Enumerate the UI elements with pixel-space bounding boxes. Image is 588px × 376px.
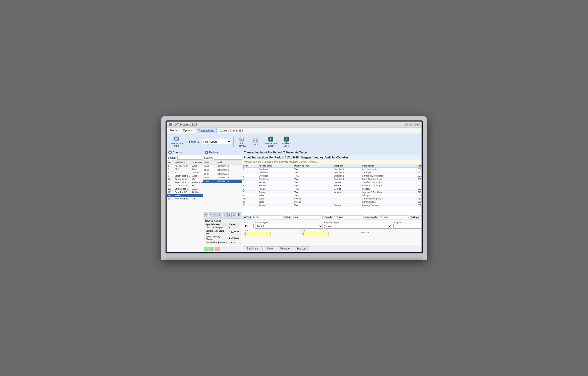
print-icon [252, 137, 259, 143]
transaction-row[interactable]: 9SalesTotalTakings£50,000.00£50,000.00£0… [242, 194, 421, 197]
client-row[interactable]: 9Bloom Technologi...Abdul [167, 174, 203, 178]
col-item: Item [242, 164, 257, 168]
clients-search-bar: Search: [167, 155, 203, 161]
client-row[interactable]: 999TesterT [167, 194, 203, 197]
svg-rect-11 [254, 141, 257, 143]
transaction-row[interactable]: 1OverheadTotalSupplier 1Accommodation£50… [242, 168, 421, 171]
title-bar: VAT System 1.1.22 − □ ✕ [167, 122, 421, 128]
current-client: Current Client: 999 [217, 128, 245, 133]
period-row[interactable]: 150731/07/2015 [203, 172, 242, 176]
menu-transactions[interactable]: Transactions [196, 128, 217, 133]
clients-nav-arrow[interactable]: ◀ [168, 151, 172, 154]
item-label: Item: [244, 221, 254, 224]
item-input[interactable] [244, 224, 254, 228]
resale-value[interactable] [333, 216, 363, 219]
col-supplier: Supplier [333, 164, 361, 168]
total-prefix: £ [244, 233, 245, 236]
window-title: VAT System 1.1.22 [174, 123, 197, 126]
summary-bar: VAT(H) VAT(L) Resale Overheads [242, 215, 421, 220]
client-row[interactable]: 1Agiliose TechAbdul [167, 164, 203, 168]
period-row[interactable]: 151031/10/2015 [203, 168, 242, 172]
restore-button[interactable]: □ [410, 123, 414, 126]
client-row[interactable]: 163Strete Post OfficeA & M [167, 187, 203, 191]
add-special-icon[interactable]: + [204, 247, 208, 251]
client-row[interactable]: 7CliffFirst [167, 168, 203, 171]
markups-button[interactable]: Markups [294, 246, 310, 251]
total-input[interactable] [245, 232, 271, 236]
record-type-select[interactable]: Resale Overhead Sales [255, 224, 323, 229]
overheads-value[interactable] [378, 216, 408, 219]
transaction-excel-button[interactable]: X TransactionExcel [263, 135, 279, 149]
copy-icon[interactable]: ⎘ [218, 213, 222, 217]
lock-icon[interactable]: 🔒 [232, 213, 236, 217]
transaction-row[interactable]: 12ResaleTotalBookerPostage Stamps£375.00… [242, 204, 421, 207]
special-case-row[interactable]: Hot Food Adjustment£750.00 [205, 241, 240, 244]
bulk-import-button[interactable]: Bulk Import [244, 246, 263, 251]
separator-2 [233, 137, 234, 147]
total-label: Total: [244, 229, 300, 232]
svg-text:X: X [286, 138, 288, 141]
toolbar: TransactionInput Reports: Full Report [167, 134, 421, 150]
form-area: Item: Record Type: Resale Overhead Sales [242, 220, 421, 245]
remove-special-icon[interactable]: − [215, 247, 220, 251]
settings-icon[interactable]: ⚙ [227, 213, 232, 217]
vat-h-value[interactable] [252, 216, 282, 219]
client-row[interactable]: 14Test BusinessMuhammad [167, 181, 203, 184]
special-case-row[interactable]: News Delivery Charges£1,500.00 [205, 235, 240, 241]
record-type-label: Record Type: [255, 221, 323, 224]
special-case-row[interactable]: Vehicle Fuel Scale Fee£420.00 [205, 229, 240, 235]
client-row[interactable]: 12Business NameCliff [167, 178, 203, 181]
periods-search-label: Search: [204, 156, 213, 159]
user-icon[interactable]: 👤 [237, 213, 241, 217]
separator-1 [187, 137, 187, 147]
client-row[interactable]: 171Broadcyst Post O...Debbie [167, 191, 203, 194]
export-icon[interactable]: ↑ [223, 213, 227, 217]
minimize-button[interactable]: − [405, 123, 409, 126]
periods-bottom-toolbar: ✏ + ✂ ⎘ ↑ ⚙ 🔒 👤 [203, 212, 242, 218]
close-button[interactable]: ✕ [415, 123, 419, 126]
clients-panel: ◀ Clients Search: Ref Business [167, 150, 203, 252]
reports-select[interactable]: Full Report [201, 139, 231, 144]
transaction-row[interactable]: 7ResaleTotalBookerGrocery£0.00£1,850.00£… [242, 187, 421, 191]
vat-l-value[interactable] [292, 216, 323, 219]
transaction-row[interactable]: 5ResaleTotalBookerStandard Goods (Hi...£… [242, 181, 421, 184]
vat-h-label: VAT(H) [244, 216, 251, 219]
svg-rect-6 [240, 140, 243, 141]
print-preview-button[interactable]: PrintPreview [236, 135, 248, 149]
add-icon[interactable]: + [209, 213, 213, 217]
client-row[interactable]: 8J.Junaid [167, 171, 203, 174]
net-input[interactable] [303, 232, 329, 236]
takings-value[interactable] [420, 216, 421, 219]
vat-l-label: VAT(L) [284, 216, 291, 219]
transaction-row[interactable]: 4OverheadTotalSupplier 1Bank Charges (No… [242, 178, 421, 181]
periods-nav-arrow[interactable]: ◀ [205, 151, 208, 154]
menu-home[interactable]: Home [168, 128, 180, 133]
supplier-select[interactable]: ... Supplier 1 Booker Whites [393, 224, 421, 229]
transaction-row[interactable]: 8ResaleTotalWhitesLaundry & Dry Clea...£… [242, 191, 421, 194]
save-button[interactable]: Save [264, 246, 276, 251]
transaction-row[interactable]: 10SalesInvoiceCommissions (Vata...£500.0… [242, 197, 421, 200]
payment-type-select[interactable]: Cash Total Invoice [324, 224, 392, 229]
period-row[interactable]: 160131/01/2016 [203, 164, 242, 168]
svg-rect-5 [240, 137, 243, 139]
clients-header: ◀ Clients [167, 150, 203, 155]
transaction-row[interactable]: 3OverheadTotalSupplier 1Carriage (Zero R… [242, 174, 421, 178]
edit-icon[interactable]: ✏ [204, 213, 208, 217]
period-row[interactable]: 150101/01/2015 [203, 180, 242, 183]
reports-section: Reports: Full Report [189, 139, 231, 144]
transaction-row[interactable]: 11SalesInvoiceCommissions£250.00£250.00£… [242, 200, 421, 204]
ok-special-icon[interactable]: ✓ [209, 247, 214, 251]
remove-button[interactable]: Remove [277, 246, 293, 251]
period-row[interactable]: 150430/04/2015 [203, 176, 242, 180]
client-row[interactable]: 114C P & S NewsP [167, 184, 203, 187]
print-button[interactable]: Print [249, 136, 262, 147]
menu-options[interactable]: Options [181, 128, 195, 133]
analysis-excel-button[interactable]: X AnalysisExcel [280, 135, 293, 149]
delete-icon[interactable]: ✂ [213, 213, 218, 217]
client-row[interactable]: 1111New BusinessAli [167, 197, 203, 200]
transaction-input-button[interactable]: TransactionInput [169, 135, 185, 149]
clients-table: Ref Business Surname 1Agiliose TechAbdul… [167, 161, 203, 252]
transaction-row[interactable]: 6ResaleTotalBookerStandard Goods (Lo...£… [242, 184, 421, 187]
special-case-row[interactable]: Own Consumption£1,300.00 [205, 226, 240, 229]
transaction-row[interactable]: 2OverheadTotalSupplier 1Carriage£625.00£… [242, 171, 421, 174]
